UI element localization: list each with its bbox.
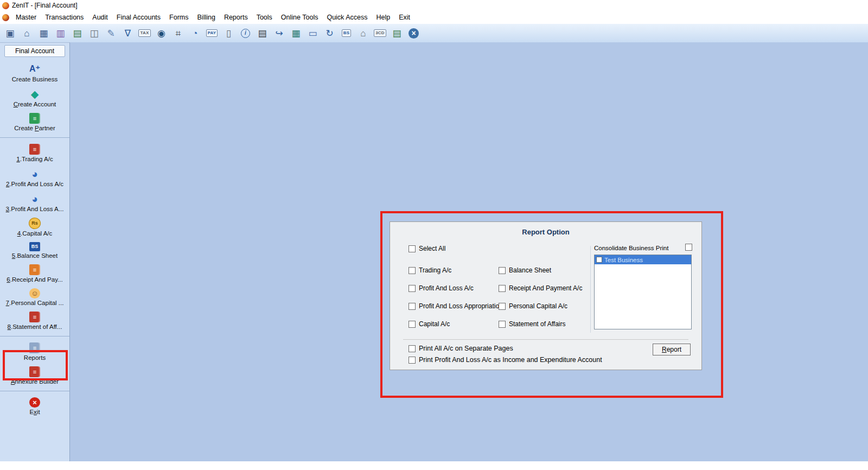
print-option-checkbox[interactable] bbox=[409, 357, 416, 364]
menu-item-quick-access[interactable]: Quick Access bbox=[322, 12, 372, 23]
menu-bar: MasterTransactionsAuditFinal AccountsFor… bbox=[0, 11, 868, 24]
sidebar-item-exit[interactable]: × Exit bbox=[0, 397, 69, 415]
close-icon[interactable]: × bbox=[406, 26, 421, 41]
report-option-checkbox[interactable] bbox=[409, 285, 416, 292]
pie-chart-icon[interactable]: ◔ bbox=[188, 26, 202, 41]
toolbar: ▣ ⌂ ▦ ▥ ▤ ◫ ✎ ∇ TAX ◉ ⌗ ◔ PAY ▯ i ▤ bbox=[0, 24, 868, 43]
sidebar-item-label: Create Account bbox=[14, 101, 56, 107]
home-icon[interactable]: ⌂ bbox=[20, 26, 34, 41]
pen-tool-icon[interactable]: ✎ bbox=[104, 26, 118, 41]
report-option-checkbox[interactable] bbox=[499, 267, 506, 274]
sidebar-item-7-personal-capital[interactable]: ☺ 7.Personal Capital ... bbox=[0, 288, 69, 306]
monitor-icon[interactable]: ▭ bbox=[305, 26, 320, 41]
menu-item-master[interactable]: Master bbox=[11, 12, 41, 23]
sidebar-item-label: Annexure Builder bbox=[11, 378, 59, 385]
option-balance-sheet[interactable]: Balance Sheet bbox=[499, 266, 582, 274]
select-all-checkbox[interactable] bbox=[409, 245, 416, 252]
report-option-checkbox[interactable] bbox=[499, 285, 506, 292]
report-option-checkbox[interactable] bbox=[409, 321, 416, 328]
select-all-option[interactable]: Select All bbox=[409, 245, 445, 252]
sidebar-item-6-receipt-and-pay[interactable]: ≡ 6.Receipt And Pay... bbox=[0, 264, 69, 283]
option-trading-a-c[interactable]: Trading A/c bbox=[409, 266, 503, 274]
audit-disc-icon[interactable]: ◉ bbox=[154, 26, 169, 41]
sidebar-item-8-statement-of-aff[interactable]: ≡ 8.Statement of Aff... bbox=[0, 312, 69, 330]
audit-disc-icon: ◉ bbox=[157, 29, 165, 38]
report-option-checkbox[interactable] bbox=[499, 321, 506, 328]
business-listbox[interactable]: Test Business bbox=[594, 255, 692, 329]
schedule-icon: ▤ bbox=[73, 29, 81, 38]
blank-document-icon[interactable]: ▯ bbox=[221, 26, 236, 41]
report-option-label: Capital A/c bbox=[419, 320, 450, 328]
menu-item-audit[interactable]: Audit bbox=[88, 12, 112, 23]
option-profit-and-loss-appropriation[interactable]: Profit And Loss Appropriation bbox=[409, 302, 503, 310]
report-document-icon[interactable]: ▤ bbox=[390, 26, 404, 41]
report-option-checkbox[interactable] bbox=[409, 267, 416, 274]
epay-icon[interactable]: PAY bbox=[205, 26, 219, 41]
sidebar-item-create-account[interactable]: ◆ Create Account bbox=[0, 88, 69, 107]
3cd-document-icon[interactable]: 3CD bbox=[373, 26, 387, 41]
report-option-checkbox[interactable] bbox=[409, 303, 416, 310]
sidebar-item-3-profit-and-loss-a[interactable]: ◕ 3.Profit And Loss A... bbox=[0, 193, 69, 212]
menu-item-billing[interactable]: Billing bbox=[193, 12, 220, 23]
business-list-item-test-business[interactable]: Test Business bbox=[595, 255, 691, 264]
sidebar-item-2-profit-and-loss-a-c[interactable]: ◕ 2.Profit And Loss A/c bbox=[0, 168, 69, 187]
tax-badge-icon[interactable]: TAX bbox=[137, 26, 152, 41]
sidebar-item-5-balance-sheet[interactable]: BS 5.Balance Sheet bbox=[0, 242, 69, 259]
bs-document-icon[interactable]: BS bbox=[339, 26, 354, 41]
menu-item-online-tools[interactable]: Online Tools bbox=[277, 12, 323, 23]
option-capital-a-c[interactable]: Capital A/c bbox=[409, 320, 503, 328]
bar-chart-icon[interactable]: ▥ bbox=[53, 26, 68, 41]
new-window-icon[interactable]: ▣ bbox=[3, 26, 17, 41]
report-option-label: Profit And Loss Appropriation bbox=[419, 302, 503, 310]
sidebar-item-create-business[interactable]: A⁺ Create Business bbox=[0, 63, 69, 82]
menu-item-exit[interactable]: Exit bbox=[394, 12, 414, 23]
calculator-icon[interactable]: ⌗ bbox=[171, 26, 186, 41]
menu-app-icon bbox=[2, 14, 9, 21]
report-option-checkbox[interactable] bbox=[499, 303, 506, 310]
sidebar-group: A⁺ Create Business ◆ Create Account ≡ Cr… bbox=[0, 57, 69, 137]
bank-icon: ⌂ bbox=[360, 29, 366, 38]
option-print-profit-and-loss-a-c-as-income-and-expenditure-account[interactable]: Print Profit And Loss A/c as Income and … bbox=[409, 356, 602, 364]
menu-item-tools[interactable]: Tools bbox=[252, 12, 277, 23]
option-receipt-and-payment-a-c[interactable]: Receipt And Payment A/c bbox=[499, 284, 582, 292]
info-icon[interactable]: i bbox=[238, 26, 253, 41]
report-option-label: Profit And Loss A/c bbox=[419, 284, 474, 292]
print-option-label: Print All A/c on Separate Pages bbox=[419, 345, 513, 352]
refresh-icon[interactable]: ↻ bbox=[322, 26, 337, 41]
3cd-document-icon: 3CD bbox=[374, 29, 386, 37]
sidebar-item-annexure-builder[interactable]: ≡ Annexure Builder bbox=[0, 366, 69, 385]
option-print-all-a-c-on-separate-pages[interactable]: Print All A/c on Separate Pages bbox=[409, 345, 602, 352]
bs-document-icon: BS bbox=[342, 29, 352, 37]
business-item-checkbox[interactable] bbox=[596, 257, 602, 263]
create-business-icon: A⁺ bbox=[29, 63, 40, 75]
sidebar-item-4-capital-a-c[interactable]: Rs 4.Capital A/c bbox=[0, 218, 69, 237]
menu-item-help[interactable]: Help bbox=[372, 12, 394, 23]
menu-item-final-accounts[interactable]: Final Accounts bbox=[112, 12, 165, 23]
print-option-checkbox[interactable] bbox=[409, 345, 416, 352]
bank-icon[interactable]: ⌂ bbox=[356, 26, 371, 41]
app-icon bbox=[2, 2, 9, 9]
calc-sheet-icon[interactable]: ▤ bbox=[255, 26, 270, 41]
ledger-table-icon[interactable]: ▦ bbox=[36, 26, 51, 41]
option-personal-capital-a-c[interactable]: Personal Capital A/c bbox=[499, 302, 582, 310]
report-options-left-column: Trading A/c Profit And Loss A/c Profit A… bbox=[409, 266, 503, 328]
filter-icon[interactable]: ∇ bbox=[120, 26, 135, 41]
menu-item-reports[interactable]: Reports bbox=[220, 12, 252, 23]
menu-item-transactions[interactable]: Transactions bbox=[41, 12, 88, 23]
report-button[interactable]: Report bbox=[653, 344, 691, 355]
schedule-icon[interactable]: ▤ bbox=[70, 26, 85, 41]
option-statement-of-affairs[interactable]: Statement of Affairs bbox=[499, 320, 582, 328]
users-group-icon[interactable]: ◫ bbox=[87, 26, 101, 41]
menu-item-forms[interactable]: Forms bbox=[165, 12, 193, 23]
consolidate-business-print-checkbox[interactable] bbox=[685, 244, 692, 251]
report-document-icon: ▤ bbox=[392, 29, 401, 38]
export-document-icon[interactable]: ↪ bbox=[272, 26, 286, 41]
report-option-label: Receipt And Payment A/c bbox=[509, 284, 582, 292]
option-profit-and-loss-a-c[interactable]: Profit And Loss A/c bbox=[409, 284, 503, 292]
dialog-separator bbox=[403, 339, 688, 340]
sidebar-item-label: 4.Capital A/c bbox=[17, 230, 53, 237]
calendar-icon[interactable]: ▦ bbox=[289, 26, 303, 41]
sidebar-item-1-trading-a-c[interactable]: ≡ 1.Trading A/c bbox=[0, 144, 69, 162]
sidebar-item-create-partner[interactable]: ≡ Create Partner bbox=[0, 113, 69, 131]
sidebar-item-reports[interactable]: ≡ Reports bbox=[0, 342, 69, 361]
